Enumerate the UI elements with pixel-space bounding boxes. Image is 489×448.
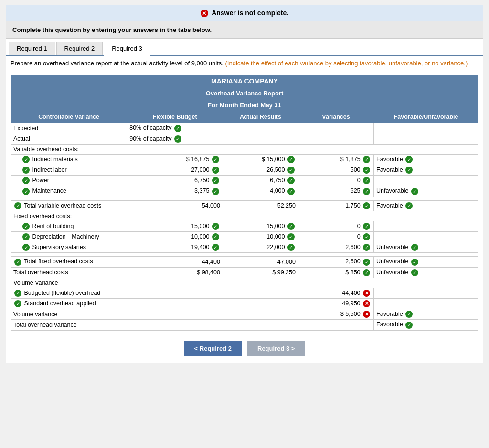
check-icon: ✓ [363, 244, 370, 251]
tab-instructions: Prepare an overhead variance report at t… [6, 56, 483, 71]
check-icon: ✓ [14, 290, 21, 297]
table-row: ✓ Budgeted (flexible) overhead44,400 ✕ [11, 288, 478, 298]
col-header-actual: Actual Results [223, 111, 298, 123]
subheading-cell: Volume Variance [11, 278, 478, 288]
variance-cell: $ 1,875 ✓ [298, 154, 373, 165]
check-icon: ✓ [22, 233, 30, 240]
check-icon: ✓ [287, 167, 295, 174]
actual-results-cell [223, 123, 298, 134]
label-cell: ✓ Indirect labor [11, 165, 127, 175]
table-container: MARIANA COMPANY Overhead Variance Report… [6, 71, 483, 334]
check-icon: ✓ [405, 156, 413, 163]
actual-results-cell [223, 288, 298, 298]
check-icon: ✓ [14, 300, 21, 307]
table-row [11, 197, 478, 200]
actual-results-cell: 10,000 ✓ [223, 231, 298, 242]
variance-cell: 49,950 ✕ [298, 298, 373, 309]
flex-budget-cell: $ 98,400 [127, 267, 223, 278]
table-row: ✓ Depreciation—Machinery10,000 ✓10,000 ✓… [11, 231, 478, 242]
flex-budget-cell: $ 16,875 ✓ [127, 154, 223, 165]
check-icon: ✓ [212, 156, 219, 163]
table-row: ✓ Indirect labor27,000 ✓26,500 ✓500 ✓Fav… [11, 165, 478, 175]
check-icon: ✓ [212, 223, 219, 230]
prev-button[interactable]: < Required 2 [184, 341, 242, 356]
answer-banner: ✕ Answer is not complete. [6, 5, 483, 21]
col-header-flex: Flexible Budget [127, 111, 223, 123]
variance-cell: 2,600 ✓ [298, 242, 373, 253]
check-icon: ✓ [363, 269, 370, 276]
variance-cell: 0 ✓ [298, 221, 373, 231]
tabs-container: Required 1 Required 2 Required 3 [6, 39, 483, 56]
fav-unfav-cell: Favorable ✓ [374, 200, 478, 211]
instruction-text: Complete this question by entering your … [12, 26, 212, 33]
table-row: Total overhead costs$ 98,400$ 99,250$ 85… [11, 267, 478, 278]
flex-budget-cell [127, 288, 223, 298]
tab-required2[interactable]: Required 2 [56, 42, 103, 55]
next-button[interactable]: Required 3 > [247, 341, 305, 356]
tab-required3[interactable]: Required 3 [104, 42, 150, 56]
table-row: Fixed overhead costs: [11, 211, 478, 221]
table-row: Variable overhead costs: [11, 144, 478, 154]
variance-cell: 2,600 ✓ [298, 257, 373, 267]
check-icon: ✓ [287, 233, 295, 240]
check-icon: ✓ [411, 259, 418, 266]
x-circle-icon: ✕ [363, 290, 370, 297]
table-row: ✓ Power6,750 ✓6,750 ✓0 ✓ [11, 176, 478, 186]
actual-results-cell: $ 15,000 ✓ [223, 154, 298, 165]
flex-budget-cell: 6,750 ✓ [127, 176, 223, 186]
variance-cell: 625 ✓ [298, 186, 373, 197]
flex-budget-cell: 3,375 ✓ [127, 186, 223, 197]
table-row: ✓ Standard overhead applied49,950 ✕ [11, 298, 478, 309]
check-icon: ✓ [212, 244, 219, 251]
check-icon: ✓ [411, 188, 418, 195]
check-icon: ✓ [22, 188, 30, 195]
check-icon: ✓ [22, 156, 30, 163]
tab-required1[interactable]: Required 1 [9, 42, 55, 55]
check-icon: ✓ [22, 167, 30, 174]
label-cell: Total overhead variance [11, 320, 127, 330]
label-cell: ✓ Total fixed overhead costs [11, 257, 127, 267]
table-row: Total overhead varianceFavorable ✓ [11, 320, 478, 330]
check-icon: ✓ [14, 202, 21, 209]
subheading-cell: Fixed overhead costs: [11, 211, 478, 221]
table-row: Expected80% of capacity ✓ [11, 123, 478, 134]
actual-results-cell [223, 320, 298, 330]
table-row: ✓ Rent of building15,000 ✓15,000 ✓0 ✓ [11, 221, 478, 231]
flex-budget-cell [127, 320, 223, 330]
table-row: ✓ Maintenance3,375 ✓4,000 ✓625 ✓Unfavora… [11, 186, 478, 197]
variance-cell: $ 5,500 ✕ [298, 309, 373, 320]
col-header-label: Controllable Variance [11, 111, 127, 123]
label-cell: ✓ Standard overhead applied [11, 298, 127, 309]
label-cell: Volume variance [11, 309, 127, 320]
error-icon: ✕ [201, 10, 208, 17]
fav-unfav-cell [374, 134, 478, 144]
main-container: ✕ Answer is not complete. Complete this … [6, 5, 483, 363]
check-icon: ✓ [363, 177, 370, 184]
check-icon: ✓ [405, 167, 413, 174]
check-icon: ✓ [212, 233, 219, 240]
fav-unfav-cell [374, 298, 478, 309]
actual-results-cell: 47,000 [223, 257, 298, 267]
flex-budget-cell: 19,400 ✓ [127, 242, 223, 253]
actual-results-cell [223, 298, 298, 309]
instruction-main: Prepare an overhead variance report at t… [11, 60, 223, 67]
check-icon: ✓ [287, 156, 295, 163]
flex-budget-cell: 44,400 [127, 257, 223, 267]
variance-cell: 0 ✓ [298, 231, 373, 242]
instruction-orange: (Indicate the effect of each variance by… [225, 60, 468, 67]
label-cell: ✓ Total variable overhead costs [11, 200, 127, 211]
check-icon: ✓ [363, 156, 370, 163]
label-cell: ✓ Rent of building [11, 221, 127, 231]
table-row: ✓ Supervisory salaries19,400 ✓22,000 ✓2,… [11, 242, 478, 253]
fav-unfav-cell: Unfavorable ✓ [374, 267, 478, 278]
flex-budget-cell: 54,000 [127, 200, 223, 211]
label-cell: ✓ Maintenance [11, 186, 127, 197]
check-icon: ✓ [411, 244, 418, 251]
check-icon: ✓ [212, 167, 219, 174]
flex-budget-cell: 10,000 ✓ [127, 231, 223, 242]
check-icon: ✓ [22, 244, 30, 251]
table-row: Volume Variance [11, 278, 478, 288]
flex-budget-cell: 90% of capacity ✓ [127, 134, 223, 144]
label-cell: Expected [11, 123, 127, 134]
table-row: Volume variance$ 5,500 ✕Favorable ✓ [11, 309, 478, 320]
